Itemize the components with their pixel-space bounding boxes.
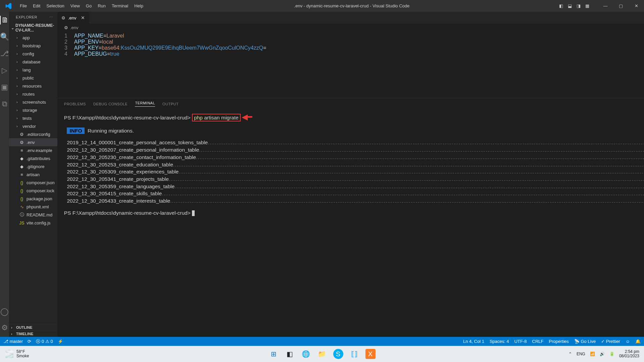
folder-app[interactable]: ›app: [9, 34, 57, 42]
outline-section[interactable]: › OUTLINE: [9, 324, 57, 330]
problems-status[interactable]: ⓧ 0 ⚠ 0: [36, 339, 53, 345]
file-package.json[interactable]: {}package.json: [9, 195, 57, 203]
folder-storage[interactable]: ›storage: [9, 106, 57, 114]
tab-output[interactable]: OUTPUT: [162, 102, 179, 106]
toggle-secondary-sidebar-icon[interactable]: ◨: [575, 3, 582, 8]
file-.env[interactable]: ⚙.env: [9, 138, 57, 146]
menu-selection[interactable]: Selection: [43, 3, 67, 8]
go-live[interactable]: 📡 Go Live: [574, 339, 596, 344]
file-artisan[interactable]: ≡artisan: [9, 170, 57, 178]
menu-go[interactable]: Go: [83, 3, 95, 8]
file-.gitattributes[interactable]: ◆.gitattributes: [9, 154, 57, 162]
language-indicator[interactable]: ENG: [577, 352, 585, 356]
indentation[interactable]: Spaces: 4: [490, 339, 509, 344]
clock[interactable]: 2:54 pm 08/01/2023: [619, 350, 639, 358]
chevron-right-icon: ›: [16, 84, 20, 88]
file-icon: JS: [19, 220, 24, 225]
volume-icon[interactable]: 🔊: [600, 352, 605, 356]
settings-gear-icon[interactable]: ⚙: [1, 323, 8, 332]
code-editor[interactable]: 1APP_NAME=Laravel 2APP_ENV=local 3APP_KE…: [57, 32, 644, 58]
folder-screenshots[interactable]: ›screenshots: [9, 98, 57, 106]
info-text: Running migrations.: [88, 128, 134, 134]
file-phpunit.xml[interactable]: ∿phpunit.xml: [9, 203, 57, 211]
file-.editorconfig[interactable]: ⚙.editorconfig: [9, 130, 57, 138]
chevron-right-icon: ›: [16, 108, 20, 112]
toggle-primary-sidebar-icon[interactable]: ◧: [557, 3, 565, 8]
live-server-icon[interactable]: ⚡: [58, 339, 63, 344]
maximize-icon[interactable]: ▢: [613, 3, 629, 8]
folder-bootstrap[interactable]: ›bootstrap: [9, 42, 57, 50]
workspace-root[interactable]: ⌄ DYNAMIC-RESUME-CV-LAR...: [9, 22, 57, 34]
file-composer.json[interactable]: {}composer.json: [9, 178, 57, 187]
language-mode[interactable]: Properties: [549, 339, 569, 344]
xampp-icon[interactable]: X: [365, 349, 376, 359]
battery-icon[interactable]: 🔋: [609, 352, 614, 356]
feedback-icon[interactable]: ☺: [626, 339, 630, 344]
prettier-status[interactable]: ✓ Prettier: [601, 339, 620, 344]
timeline-section[interactable]: › TIMELINE: [9, 330, 57, 337]
file-icon: ◆: [19, 156, 24, 161]
breadcrumb[interactable]: ⚙ .env: [57, 24, 644, 32]
explorer-more-icon[interactable]: ⋯: [49, 15, 53, 19]
folder-label: lang: [22, 67, 31, 72]
run-debug-icon[interactable]: ▷: [2, 66, 7, 75]
chevron-down-icon: ⌄: [11, 26, 14, 30]
toggle-panel-icon[interactable]: ⬓: [566, 3, 574, 8]
eol[interactable]: CRLF: [532, 339, 544, 344]
tab-terminal[interactable]: TERMINAL: [135, 101, 155, 107]
file-.env.example[interactable]: ≡.env.example: [9, 146, 57, 154]
folder-label: resources: [22, 84, 42, 89]
file-README.md[interactable]: ⓘREADME.md: [9, 211, 57, 219]
file-icon: ∿: [19, 204, 24, 209]
close-tab-icon[interactable]: ✕: [81, 15, 85, 20]
weather-widget[interactable]: 🌫️ 58°F Smoke: [5, 350, 29, 358]
terminal[interactable]: PS F:\Xampp\htdocs\dynamic-resume-cv-lar…: [57, 108, 644, 337]
explorer-icon[interactable]: 🗎: [0, 16, 9, 24]
close-icon[interactable]: ✕: [629, 3, 644, 8]
skype-icon[interactable]: S: [333, 349, 343, 359]
vscode-taskbar-icon[interactable]: ⟦⟧: [349, 349, 359, 359]
remote-icon[interactable]: ⧉: [2, 100, 7, 108]
notifications-icon[interactable]: 🔔: [635, 339, 641, 344]
git-branch[interactable]: ⎇ master: [3, 339, 23, 344]
folder-tests[interactable]: ›tests: [9, 114, 57, 122]
folder-resources[interactable]: ›resources: [9, 82, 57, 90]
encoding[interactable]: UTF-8: [514, 339, 527, 344]
cursor-position[interactable]: Ln 4, Col 1: [463, 339, 484, 344]
folder-routes[interactable]: ›routes: [9, 90, 57, 98]
accounts-icon[interactable]: ◯: [0, 307, 9, 316]
search-icon[interactable]: 🔍: [0, 33, 9, 41]
folder-vendor[interactable]: ›vendor: [9, 122, 57, 130]
tab-problems[interactable]: PROBLEMS: [64, 102, 86, 106]
file-.gitignore[interactable]: ◆.gitignore: [9, 162, 57, 170]
minimize-icon[interactable]: —: [598, 3, 613, 8]
menu-run[interactable]: Run: [95, 3, 109, 8]
tray-overflow-icon[interactable]: ⌃: [568, 352, 572, 356]
folder-public[interactable]: ›public: [9, 74, 57, 82]
file-explorer-icon[interactable]: 📁: [317, 349, 327, 359]
file-label: .env: [27, 140, 35, 145]
menu-terminal[interactable]: Terminal: [109, 3, 131, 8]
menu-view[interactable]: View: [67, 3, 83, 8]
task-view-icon[interactable]: ◧: [285, 349, 295, 359]
tab-debug-console[interactable]: DEBUG CONSOLE: [93, 102, 128, 106]
customize-layout-icon[interactable]: ▦: [584, 3, 591, 8]
sync-icon[interactable]: ⟳: [28, 339, 31, 344]
folder-config[interactable]: ›config: [9, 50, 57, 58]
arrow-icon: ◀━: [242, 113, 252, 121]
wifi-icon[interactable]: 📶: [590, 352, 595, 356]
folder-database[interactable]: ›database: [9, 58, 57, 66]
menu-file[interactable]: File: [17, 3, 30, 8]
menu-help[interactable]: Help: [131, 3, 146, 8]
file-vite.config.js[interactable]: JSvite.config.js: [9, 219, 57, 227]
source-control-icon[interactable]: ⎇: [0, 49, 9, 58]
file-composer.lock[interactable]: {}composer.lock: [9, 187, 57, 195]
folder-lang[interactable]: ›lang: [9, 66, 57, 74]
editor-area: ⚙ .env ✕ ▷ ◫ ⋯ ⚙ .env 1APP_NAME=Laravel …: [57, 12, 644, 337]
extensions-icon[interactable]: ▣: [1, 83, 8, 92]
menu-edit[interactable]: Edit: [30, 3, 43, 8]
vscode-logo-icon: [0, 3, 17, 9]
tab-env[interactable]: ⚙ .env ✕: [57, 12, 90, 24]
chrome-icon[interactable]: 🌐: [301, 349, 311, 359]
start-button[interactable]: ⊞: [269, 349, 279, 359]
